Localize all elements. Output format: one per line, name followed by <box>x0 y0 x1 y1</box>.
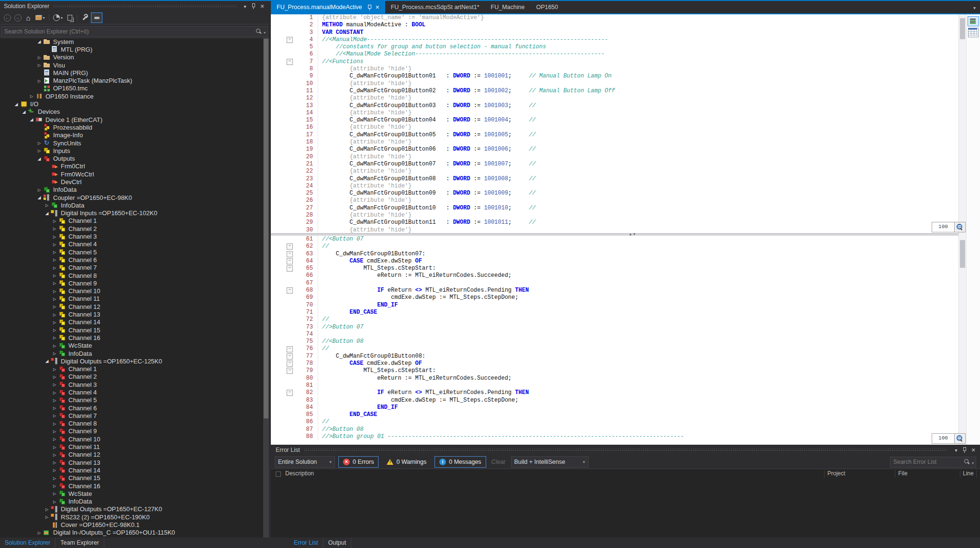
code-line[interactable]: 13 C_dwManFctGroup01Button03 : DWORD := … <box>271 102 959 110</box>
fold-collapse-icon[interactable] <box>287 361 293 367</box>
tree-item[interactable]: Channel 5 <box>0 248 263 256</box>
scrollbar-thumb-bottom-pane[interactable] <box>960 240 965 268</box>
expander-collapsed-icon[interactable] <box>35 141 43 145</box>
fold-collapse-icon[interactable] <box>287 353 293 360</box>
tree-item[interactable]: Channel 7 <box>0 264 263 272</box>
expander-collapsed-icon[interactable] <box>51 226 58 231</box>
expander-collapsed-icon[interactable] <box>51 398 58 403</box>
tree-vertical-scrollbar[interactable] <box>263 38 269 537</box>
code-line[interactable]: 23 C_dwManFctGroup01Button08 : DWORD := … <box>271 175 959 183</box>
window-menu-icon[interactable] <box>241 2 249 10</box>
code-line[interactable]: 27 C_dwManFctGroup01Button10 : DWORD := … <box>271 205 959 212</box>
code-line[interactable]: 29 C_dwManFctGroup01Button11 : DWORD := … <box>271 219 959 226</box>
sync-documents-icon[interactable] <box>65 13 75 22</box>
fold-collapse-icon[interactable] <box>287 243 293 250</box>
fold-collapse-icon[interactable] <box>287 346 293 352</box>
expander-collapsed-icon[interactable] <box>51 304 58 309</box>
close-icon[interactable] <box>969 446 977 454</box>
tree-item[interactable]: Prozessabbild <box>0 123 263 131</box>
expander-collapsed-icon[interactable] <box>51 367 58 372</box>
fold-collapse-icon[interactable] <box>287 251 293 257</box>
expander-collapsed-icon[interactable] <box>51 421 58 426</box>
expander-collapsed-icon[interactable] <box>51 328 58 332</box>
expander-collapsed-icon[interactable] <box>51 242 58 247</box>
code-line[interactable]: 70 END_IF <box>271 302 959 309</box>
code-line[interactable]: 25 C_dwManFctGroup01Button09 : DWORD := … <box>271 190 959 197</box>
tree-item[interactable]: Channel 14 <box>0 466 263 474</box>
code-line[interactable]: 64 CASE cmdExe.dwStep OF <box>271 258 959 265</box>
expander-collapsed-icon[interactable] <box>51 413 58 418</box>
tree-item[interactable]: Digital Outputs =OP1650+EC-127K0 <box>0 505 263 513</box>
window-menu-icon[interactable] <box>952 446 960 454</box>
search-options-caret-icon[interactable] <box>970 458 974 466</box>
code-line[interactable]: 9 C_dwManFctGroup01Button01 : DWORD := 1… <box>271 73 959 80</box>
code-line[interactable]: 84 END_IF <box>271 404 959 411</box>
search-input[interactable]: Search Solution Explorer (Ctrl+ö) <box>1 26 268 37</box>
bottom-tab[interactable]: Team Explorer <box>56 537 104 548</box>
pin-icon[interactable] <box>367 4 372 11</box>
tree-item[interactable]: System <box>0 38 263 45</box>
build-filter-dropdown[interactable]: Build + IntelliSense <box>511 456 589 468</box>
expander-collapsed-icon[interactable] <box>43 515 51 519</box>
code-pane-top[interactable]: 1{attribute 'object_name' := 'manualMode… <box>271 14 959 233</box>
expander-collapsed-icon[interactable] <box>51 281 58 285</box>
expander-collapsed-icon[interactable] <box>51 483 58 488</box>
messages-filter-button[interactable]: 0 Messages <box>434 456 486 468</box>
tree-item[interactable]: Channel 7 <box>0 412 263 419</box>
expander-collapsed-icon[interactable] <box>51 335 58 340</box>
tree-item[interactable]: Device 1 (EtherCAT) <box>0 116 263 123</box>
tree-item[interactable]: Channel 8 <box>0 272 263 279</box>
code-line[interactable]: 73//>Button 07 <box>271 324 959 331</box>
tree-item[interactable]: Channel 12 <box>0 303 263 310</box>
tree-item[interactable]: Version <box>0 54 263 61</box>
tree-item[interactable]: Devices <box>0 108 263 116</box>
code-line[interactable]: 76// <box>271 345 959 352</box>
expander-expanded-icon[interactable] <box>28 117 35 122</box>
code-line[interactable]: 61//<Button 07 <box>271 236 959 243</box>
code-line[interactable]: 28 {attribute 'hide'} <box>271 212 959 219</box>
expander-collapsed-icon[interactable] <box>35 63 43 67</box>
editor-zoom-control[interactable]: 100 <box>932 433 966 444</box>
forward-icon[interactable] <box>12 13 23 22</box>
fold-collapse-icon[interactable] <box>287 390 293 396</box>
expander-collapsed-icon[interactable] <box>51 437 58 441</box>
expander-collapsed-icon[interactable] <box>51 234 58 239</box>
expander-collapsed-icon[interactable] <box>51 273 58 278</box>
tree-item[interactable]: Channel 16 <box>0 334 263 341</box>
code-line[interactable]: 8 {attribute 'hide'} <box>271 66 959 73</box>
editor-tab[interactable]: FU_Machine <box>485 1 531 13</box>
tree-item[interactable]: Channel 11 <box>0 443 263 450</box>
warnings-filter-button[interactable]: 0 Warnings <box>382 456 431 468</box>
expander-collapsed-icon[interactable] <box>43 507 51 512</box>
code-line[interactable]: 82 IF eReturn <> MTL_eiReturnCodes.Pendi… <box>271 389 959 396</box>
expander-collapsed-icon[interactable] <box>35 530 43 535</box>
tree-item[interactable]: Digital In-/Outputs_C =OP1650+OU1-115K0 <box>0 529 263 537</box>
code-line[interactable]: 6 //<ManualMode Selection---------------… <box>271 51 959 58</box>
expander-expanded-icon[interactable] <box>12 102 20 107</box>
code-line[interactable]: 62// <box>271 243 959 250</box>
expander-collapsed-icon[interactable] <box>51 429 58 434</box>
code-line[interactable]: 5 //constants for group and button selec… <box>271 44 959 51</box>
code-line[interactable]: 19 C_dwManFctGroup01Button06 : DWORD := … <box>271 146 959 153</box>
tree-item[interactable]: WcState <box>0 342 263 350</box>
tree-item[interactable]: Channel 13 <box>0 310 263 318</box>
clear-button[interactable]: Clear <box>490 459 508 465</box>
tree-item[interactable]: Visu <box>0 61 263 69</box>
switch-views-icon[interactable] <box>33 13 47 22</box>
error-list-search-input[interactable]: Search Error List <box>890 457 976 468</box>
table-view-icon[interactable] <box>968 28 979 37</box>
code-line[interactable]: 86// <box>271 418 959 426</box>
editor-tab[interactable]: FU_Process.mcsSdpSt artNest1* <box>385 1 485 13</box>
errors-filter-button[interactable]: 0 Errors <box>338 456 379 468</box>
expander-collapsed-icon[interactable] <box>51 406 58 410</box>
code-line[interactable]: 24 {attribute 'hide'} <box>271 183 959 190</box>
expander-collapsed-icon[interactable] <box>35 187 43 192</box>
expander-collapsed-icon[interactable] <box>51 296 58 301</box>
code-line[interactable]: 16 {attribute 'hide'} <box>271 124 959 131</box>
tree-item[interactable]: Channel 1 <box>0 365 263 373</box>
tree-item[interactable]: Channel 3 <box>0 232 263 240</box>
tree-item[interactable]: Channel 9 <box>0 427 263 435</box>
search-icon[interactable] <box>256 28 262 35</box>
expander-collapsed-icon[interactable] <box>51 390 58 395</box>
zoom-magnifier-icon[interactable] <box>955 222 965 232</box>
